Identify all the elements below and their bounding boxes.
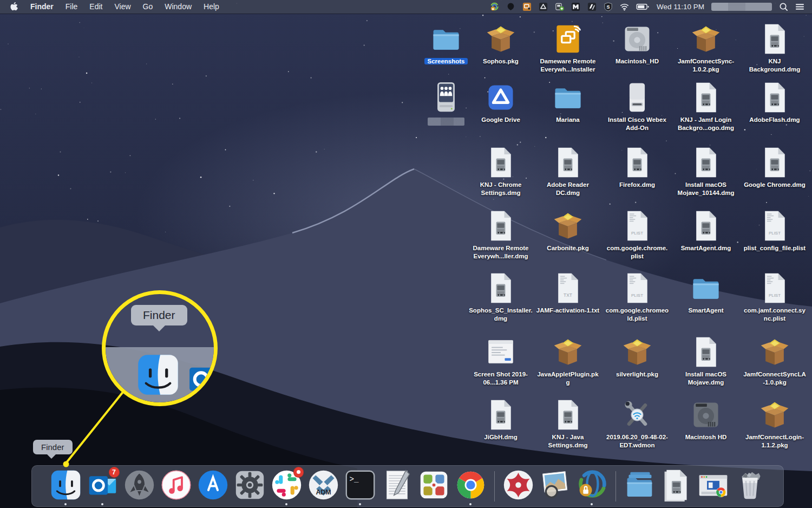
redacted-username[interactable] (711, 3, 772, 11)
dock-item-preview[interactable] (539, 468, 572, 504)
desktop-icon-com-google-chrome-plist[interactable]: PLISTcom.google.chrome.plist (605, 210, 669, 260)
desktop-icon-firefox-dmg[interactable]: Firefox.dmg (605, 146, 669, 189)
desktop-icon-screen-shot-2019-06-1-36-pm[interactable]: Screen Shot 2019-06...1.36 PM (469, 336, 533, 387)
desktop-icon-install-macos-mojave-10144-dmg[interactable]: Install macOS Mojave_10144.dmg (674, 146, 738, 197)
dock-tooltip-label: Finder (41, 442, 64, 452)
dock-item-downloads-folder[interactable] (623, 468, 656, 504)
menu-file[interactable]: File (60, 0, 84, 14)
menubar-clock[interactable]: Wed 11:10 PM (657, 3, 704, 11)
dock-item-terminal[interactable]: >_ (344, 468, 377, 504)
dock-item-recent-documents-stack[interactable] (660, 468, 693, 504)
apple-menu-icon[interactable] (0, 0, 24, 14)
vpn-lock-icon[interactable] (490, 2, 499, 12)
status-icons: S (490, 2, 650, 12)
desktop-icon-install-cisco-webex-add-on[interactable]: Install Cisco Webex Add-On (605, 81, 669, 132)
dock-item-textedit[interactable] (381, 468, 414, 504)
drive-silver-icon (621, 23, 653, 55)
desktop-icon-label: com.google.chromeold.plist (605, 307, 669, 323)
dmg-icon (690, 336, 722, 368)
dock-item-itunes[interactable] (160, 468, 193, 504)
dmg-icon (621, 146, 653, 179)
desktop-icon-macintosh-hd[interactable]: Macintosh HD (674, 399, 738, 441)
desktop-icon-dameware-remote-everywh-ller-dmg[interactable]: Dameware Remote Everywh...ller.dmg (469, 210, 533, 260)
desktop-icon-javaappletplugin-pkg[interactable]: JavaAppletPlugin.pkg (536, 336, 600, 387)
dock-item-cisco-anyconnect[interactable] (575, 468, 608, 504)
desktop-icon-jamfconnectsyncla-1-0-pkg[interactable]: JamfConnectSyncLA-1.0.pkg (743, 336, 807, 387)
menu-go[interactable]: Go (137, 0, 159, 14)
dock-item-red-pinwheel-app[interactable] (502, 468, 535, 504)
desktop-icon-label: plist_config_file.plist (744, 244, 806, 252)
pkg-icon (552, 336, 584, 368)
pkg-icon (552, 210, 584, 242)
desktop-icon-google-drive[interactable]: Google Drive (469, 81, 533, 124)
menu-help[interactable]: Help (198, 0, 225, 14)
dmg-icon (552, 146, 584, 179)
menu-edit[interactable]: Edit (83, 0, 108, 14)
battery-icon[interactable] (636, 2, 650, 12)
sophos-shield-icon[interactable]: S (604, 2, 613, 12)
desktop-icon-adobeflash-dmg[interactable]: AdobeFlash.dmg (743, 81, 807, 124)
desktop-icon-label: JavaAppletPlugin.pkg (536, 370, 600, 387)
desktop-icon-smartagent-dmg[interactable]: SmartAgent.dmg (674, 210, 738, 252)
chat-balloon-icon[interactable] (506, 2, 515, 12)
notification-center-icon[interactable] (795, 2, 804, 12)
desktop-icon-2019-06-20-09-48-02-edt-wdmon[interactable]: 2019.06.20_09-48-02-EDT.wdmon (605, 399, 669, 450)
desktop-icon-com-google-chromeold-plist[interactable]: PLISTcom.google.chromeold.plist (605, 272, 669, 323)
dock-item-launchpad[interactable] (123, 468, 156, 504)
desktop-icon-label: Google Drive (481, 116, 520, 124)
malwarebytes-icon[interactable] (571, 2, 580, 12)
dock-item-outlook[interactable]: 7 (86, 468, 119, 504)
desktop-icon-jamfconnectsync-1-0-2-pkg[interactable]: JamfConnectSync-1.0.2.pkg (674, 23, 738, 74)
dock: 7ADM>_ (31, 465, 784, 507)
desktop-icon-google-chrome-dmg[interactable]: Google Chrome.dmg (743, 146, 807, 189)
desktop-icon-label: com.google.chrome.plist (605, 244, 669, 260)
running-indicator-dot (591, 503, 593, 505)
running-indicator-dot (469, 503, 472, 505)
dock-item-slack[interactable] (270, 468, 303, 504)
dock-item-jamf-self-service[interactable] (417, 468, 450, 504)
pkg-icon (758, 399, 791, 431)
wifi-icon[interactable] (620, 2, 629, 12)
desktop-icon-jamf-activation-1-txt[interactable]: TXTJAMF-activation-1.txt (536, 272, 600, 315)
dock-item-minimized-chrome-window[interactable] (697, 468, 730, 504)
menu-finder[interactable]: Finder (24, 0, 60, 14)
window-layers-icon[interactable] (587, 2, 597, 12)
desktop-icon-label: com.jamf.connect.sync.plist (743, 307, 807, 323)
google-drive-icon[interactable] (539, 2, 548, 12)
dock-item-trash[interactable] (734, 468, 767, 504)
desktop-icon-install-macos-mojave-dmg[interactable]: Install macOS Mojave.dmg (674, 336, 738, 387)
dock-item-finder[interactable] (49, 468, 82, 504)
svg-text:>_: >_ (349, 474, 359, 483)
desktop-icon-jigbh-dmg[interactable]: JiGbH.dmg (469, 399, 533, 441)
desktop-icon-sophos-pkg[interactable]: Sophos.pkg (469, 23, 533, 66)
dameware-icon[interactable] (522, 2, 532, 12)
dock-item-chrome[interactable] (454, 468, 487, 504)
desktop-icon-label: JamfConnectSync-1.0.2.pkg (674, 57, 738, 74)
desktop-icon-carbonite-pkg[interactable]: Carbonite.pkg (536, 210, 600, 252)
desktop-icon-adobe-reader-dc-dmg[interactable]: Adobe Reader DC.dmg (536, 146, 600, 197)
desktop-icon-label: Screenshots (424, 57, 467, 66)
desktop-icon-knj-jamf-login-backgro-ogo-dmg[interactable]: KNJ - Jamf Login Backgro...ogo.dmg (674, 81, 738, 132)
desktop-icon-knj-java-settings-dmg[interactable]: KNJ - Java Settings.dmg (536, 399, 600, 450)
desktop-icon-smartagent[interactable]: SmartAgent (674, 272, 738, 315)
desktop-icon-plist-config-file-plist[interactable]: PLISTplist_config_file.plist (743, 210, 807, 252)
desktop-icon-knj-background-dmg[interactable]: KNJ Background.dmg (743, 23, 807, 74)
spotlight-search-icon[interactable] (779, 2, 788, 12)
desktop-icon-label: Carbonite.pkg (547, 244, 588, 252)
desktop-icon-jamfconnectlogin-1-1-2-pkg[interactable]: JamfConnectLogin-1.1.2.pkg (743, 399, 807, 450)
magnified-finder-tooltip: Finder (131, 305, 187, 325)
desktop-icon-dameware-remote-everywh-installer[interactable]: Dameware Remote Everywh...Installer (536, 23, 600, 74)
menu-view[interactable]: View (108, 0, 136, 14)
desktop-icon-silverlight-pkg[interactable]: silverlight.pkg (605, 336, 669, 379)
menu-window[interactable]: Window (159, 0, 198, 14)
desktop-icon-com-jamf-connect-sync-plist[interactable]: PLISTcom.jamf.connect.sync.plist (743, 272, 807, 323)
desktop-icon-sophos-sc-installer-dmg[interactable]: Sophos_SC_Installer.dmg (469, 272, 533, 323)
desktop-icon-label: SmartAgent.dmg (681, 244, 731, 252)
desktop-icon-knj-chrome-settings-dmg[interactable]: KNJ - Chrome Settings.dmg (469, 146, 533, 197)
dock-item-app-store[interactable] (197, 468, 230, 504)
device-health-icon[interactable] (555, 2, 564, 12)
dock-item-adm-remote[interactable]: ADM (307, 468, 340, 504)
desktop-icon-mariana[interactable]: Mariana (536, 81, 600, 124)
desktop-icon-macintosh-hd[interactable]: Macintosh_HD (605, 23, 669, 66)
dock-item-system-preferences[interactable] (233, 468, 266, 504)
